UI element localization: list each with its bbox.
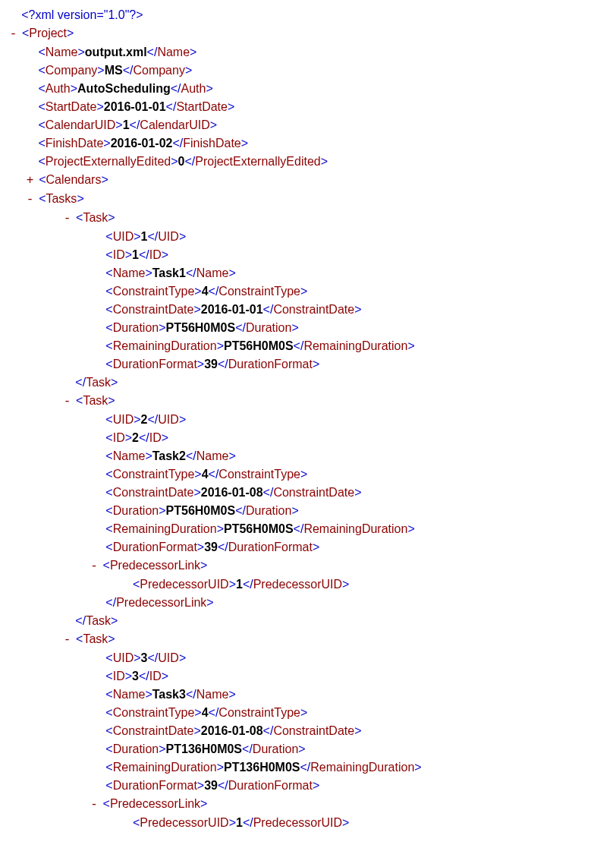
task-0-uid: <UID>1</UID> xyxy=(5,228,611,246)
task-1-ctype: <ConstraintType>4</ConstraintType> xyxy=(5,465,611,484)
task-2-remdur: <RemainingDuration>PT136H0M0S</Remaining… xyxy=(5,758,611,777)
toggle-collapse[interactable]: - xyxy=(62,392,73,411)
task-2-ctype: <ConstraintType>4</ConstraintType> xyxy=(5,704,611,722)
task-0-duration: <Duration>PT56H0M0S</Duration> xyxy=(5,319,611,337)
xml-declaration: <?xml version="1.0"?> xyxy=(5,6,611,24)
task-1-remdur: <RemainingDuration>PT56H0M0S</RemainingD… xyxy=(5,520,611,538)
task-2-predlink-open[interactable]: - <PredecessorLink> xyxy=(5,795,611,814)
task-1-predlink-open[interactable]: - <PredecessorLink> xyxy=(5,556,611,575)
task-0-remdur: <RemainingDuration>PT56H0M0S</RemainingD… xyxy=(5,337,611,355)
tasks-open[interactable]: - <Tasks> xyxy=(5,190,611,209)
task-1-duration: <Duration>PT56H0M0S</Duration> xyxy=(5,502,611,520)
toggle-collapse[interactable]: - xyxy=(25,191,36,209)
project-calendaruid: <CalendarUID>1</CalendarUID> xyxy=(5,116,611,134)
project-auth: <Auth>AutoScheduling</Auth> xyxy=(5,80,611,98)
toggle-collapse[interactable]: - xyxy=(62,210,73,228)
task-2-id: <ID>3</ID> xyxy=(5,667,611,686)
toggle-collapse[interactable]: - xyxy=(62,631,73,649)
project-extedited: <ProjectExternallyEdited>0</ProjectExter… xyxy=(5,153,611,171)
project-open[interactable]: - <Project> xyxy=(5,24,611,43)
task-1-durfmt: <DurationFormat>39</DurationFormat> xyxy=(5,538,611,556)
toggle-collapse[interactable]: - xyxy=(89,557,99,575)
calendars-open[interactable]: + <Calendars> xyxy=(5,171,611,190)
task-2-preduid: <PredecessorUID>1</PredecessorUID> xyxy=(5,814,611,832)
task-1-uid: <UID>2</UID> xyxy=(5,411,611,429)
task-2-duration: <Duration>PT136H0M0S</Duration> xyxy=(5,740,611,758)
task-2-cdate: <ConstraintDate>2016-01-08</ConstraintDa… xyxy=(5,722,611,740)
task-0-close: </Task> xyxy=(5,374,611,392)
task-2-open[interactable]: - <Task> xyxy=(5,630,611,649)
project-company: <Company>MS</Company> xyxy=(5,61,611,80)
project-startdate: <StartDate>2016-01-01</StartDate> xyxy=(5,98,611,116)
task-0-id: <ID>1</ID> xyxy=(5,246,611,264)
task-1-id: <ID>2</ID> xyxy=(5,429,611,447)
task-0-cdate: <ConstraintDate>2016-01-01</ConstraintDa… xyxy=(5,301,611,319)
task-0-durfmt: <DurationFormat>39</DurationFormat> xyxy=(5,355,611,374)
task-2-name: <Name>Task3</Name> xyxy=(5,686,611,704)
task-1-open[interactable]: - <Task> xyxy=(5,392,611,411)
task-1-predlink-close: </PredecessorLink> xyxy=(5,594,611,612)
task-0-ctype: <ConstraintType>4</ConstraintType> xyxy=(5,282,611,301)
toggle-expand[interactable]: + xyxy=(25,172,36,190)
toggle-collapse[interactable]: - xyxy=(8,25,18,43)
project-finishdate: <FinishDate>2016-01-02</FinishDate> xyxy=(5,134,611,153)
task-0-open[interactable]: - <Task> xyxy=(5,209,611,228)
toggle-collapse[interactable]: - xyxy=(89,796,99,814)
xml-tree-view: <?xml version="1.0"?> - <Project> <Name>… xyxy=(5,6,611,832)
task-2-durfmt: <DurationFormat>39</DurationFormat> xyxy=(5,777,611,795)
task-2-uid: <UID>3</UID> xyxy=(5,649,611,667)
task-1-preduid: <PredecessorUID>1</PredecessorUID> xyxy=(5,575,611,594)
task-1-name: <Name>Task2</Name> xyxy=(5,447,611,465)
task-1-close: </Task> xyxy=(5,612,611,630)
project-name: <Name>output.xml</Name> xyxy=(5,43,611,61)
task-1-cdate: <ConstraintDate>2016-01-08</ConstraintDa… xyxy=(5,484,611,502)
task-0-name: <Name>Task1</Name> xyxy=(5,264,611,282)
